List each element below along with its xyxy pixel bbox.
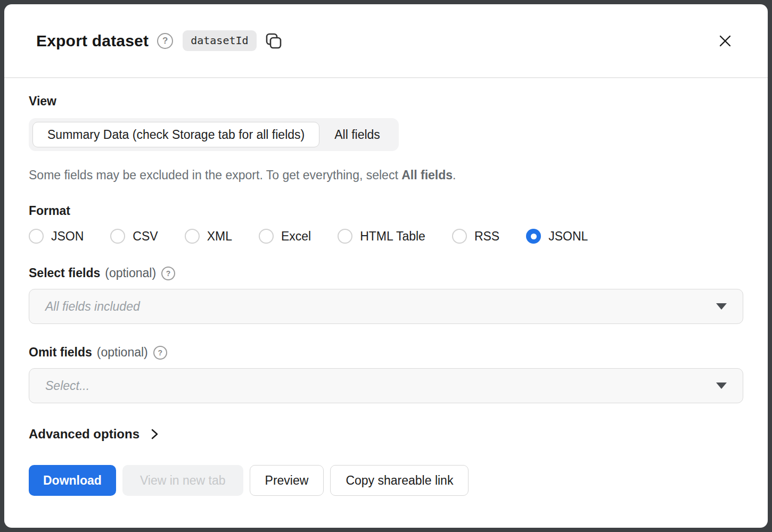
hint-suffix: . [453, 168, 456, 182]
format-option-html-table[interactable]: HTML Table [338, 229, 425, 244]
copy-shareable-link-button[interactable]: Copy shareable link [330, 465, 469, 496]
radio-icon [526, 229, 541, 244]
select-fields-dropdown[interactable]: All fields included [29, 289, 743, 324]
chevron-down-icon [716, 303, 727, 310]
modal-title: Export dataset [36, 32, 149, 50]
radio-label: JSONL [548, 229, 588, 244]
advanced-options-label: Advanced options [29, 427, 139, 442]
radio-label: XML [207, 229, 232, 244]
select-fields-label: Select fields (optional) ? [29, 266, 743, 280]
radio-icon [29, 229, 44, 244]
modal-body: View Summary Data (check Storage tab for… [4, 78, 768, 528]
format-option-excel[interactable]: Excel [259, 229, 311, 244]
view-label: View [29, 94, 743, 109]
view-option-all-fields[interactable]: All fields [319, 122, 395, 147]
copy-dataset-id-button[interactable] [264, 31, 284, 51]
view-hint-text: Some fields may be excluded in the expor… [29, 168, 743, 182]
view-option-summary-data[interactable]: Summary Data (check Storage tab for all … [32, 122, 319, 147]
format-option-jsonl[interactable]: JSONL [526, 229, 588, 244]
view-in-new-tab-button[interactable]: View in new tab [122, 465, 243, 496]
download-button[interactable]: Download [29, 465, 116, 496]
copy-icon [265, 32, 283, 50]
modal-header: Export dataset ? datasetId [4, 4, 768, 78]
preview-button[interactable]: Preview [250, 465, 324, 496]
page-backdrop: { "header": { "title": "Export dataset",… [0, 0, 772, 532]
select-fields-optional: (optional) [105, 266, 156, 280]
format-option-csv[interactable]: CSV [110, 229, 158, 244]
omit-fields-placeholder: Select... [45, 379, 89, 393]
radio-label: Excel [281, 229, 311, 244]
omit-fields-dropdown[interactable]: Select... [29, 368, 743, 403]
radio-icon [110, 229, 125, 244]
format-section: Format JSON CSV XML Excel [29, 204, 743, 244]
view-segmented-control: Summary Data (check Storage tab for all … [29, 118, 399, 151]
omit-fields-section: Omit fields (optional) ? Select... [29, 345, 743, 403]
radio-label: CSV [133, 229, 158, 244]
select-fields-section: Select fields (optional) ? All fields in… [29, 266, 743, 324]
close-icon [717, 32, 734, 49]
export-dataset-modal: Export dataset ? datasetId View S [4, 4, 768, 528]
title-help-icon[interactable]: ? [157, 33, 173, 49]
radio-label: RSS [474, 229, 499, 244]
format-label: Format [29, 204, 743, 218]
format-option-json[interactable]: JSON [29, 229, 84, 244]
radio-icon [185, 229, 200, 244]
radio-label: JSON [51, 229, 84, 244]
dataset-id-badge: datasetId [183, 30, 256, 51]
chevron-down-icon [716, 383, 727, 389]
omit-fields-label-text: Omit fields [29, 345, 92, 360]
format-option-xml[interactable]: XML [185, 229, 232, 244]
format-radio-group: JSON CSV XML Excel HTML Table [29, 229, 743, 244]
advanced-options-toggle[interactable]: Advanced options [29, 427, 161, 442]
select-fields-placeholder: All fields included [45, 300, 140, 314]
omit-fields-label: Omit fields (optional) ? [29, 345, 743, 360]
radio-icon [259, 229, 274, 244]
select-fields-label-text: Select fields [29, 266, 100, 280]
select-fields-help-icon[interactable]: ? [161, 267, 175, 280]
omit-fields-help-icon[interactable]: ? [153, 346, 167, 360]
action-buttons-row: Download View in new tab Preview Copy sh… [29, 465, 743, 496]
omit-fields-optional: (optional) [97, 345, 148, 360]
hint-prefix: Some fields may be excluded in the expor… [29, 168, 401, 182]
format-option-rss[interactable]: RSS [452, 229, 499, 244]
hint-bold: All fields [401, 168, 453, 182]
radio-icon [452, 229, 467, 244]
radio-icon [338, 229, 352, 244]
close-button[interactable] [714, 30, 736, 52]
chevron-right-icon [148, 428, 161, 440]
radio-label: HTML Table [360, 229, 425, 244]
